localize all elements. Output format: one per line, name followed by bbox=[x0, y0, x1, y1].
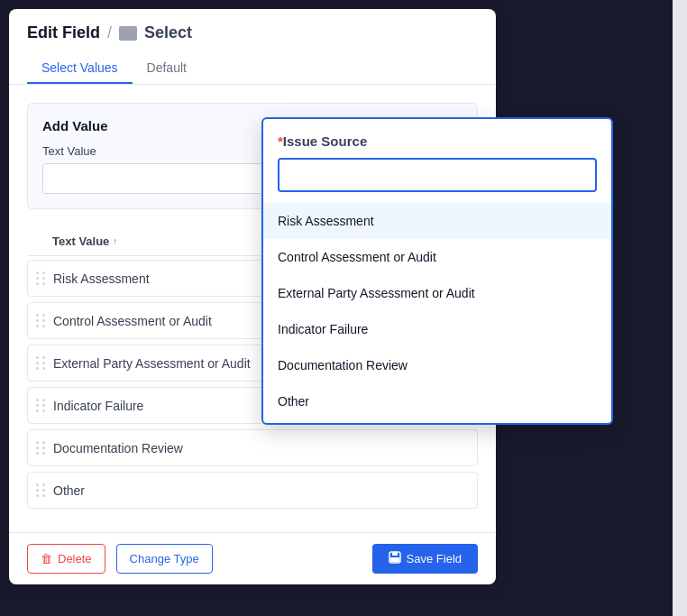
panel-footer: 🗑 Delete Change Type Save Field bbox=[9, 532, 496, 584]
svg-rect-5 bbox=[390, 557, 399, 562]
drag-handle[interactable] bbox=[28, 270, 53, 287]
drag-handle[interactable] bbox=[28, 354, 53, 372]
dropdown-list: Risk Assessment Control Assessment or Au… bbox=[263, 199, 611, 423]
drag-handle[interactable] bbox=[28, 482, 53, 499]
delete-label: Delete bbox=[58, 552, 92, 565]
edit-field-title: Edit Field bbox=[27, 23, 100, 42]
drag-handle[interactable] bbox=[28, 397, 53, 414]
dropdown-title-text: Issue Source bbox=[283, 133, 367, 149]
sort-icon[interactable]: ↑ bbox=[113, 236, 117, 246]
dropdown-item[interactable]: Documentation Review bbox=[263, 347, 611, 383]
change-type-label: Change Type bbox=[130, 552, 199, 565]
drag-handle[interactable] bbox=[28, 439, 53, 456]
svg-rect-1 bbox=[122, 32, 131, 33]
change-type-button[interactable]: Change Type bbox=[116, 544, 213, 574]
table-row: Documentation Review bbox=[27, 429, 478, 466]
trash-icon: 🗑 bbox=[41, 552, 52, 565]
footer-left: 🗑 Delete Change Type bbox=[27, 544, 213, 574]
save-field-button[interactable]: Save Field bbox=[372, 544, 478, 574]
breadcrumb-current: Select bbox=[144, 23, 192, 42]
dropdown-item[interactable]: Risk Assessment bbox=[263, 203, 611, 239]
breadcrumb-separator: / bbox=[107, 23, 112, 42]
save-icon bbox=[389, 551, 401, 566]
save-label: Save Field bbox=[407, 552, 462, 565]
panel-header: Edit Field / Select Select Values Defaul… bbox=[9, 9, 496, 85]
table-row: Other bbox=[27, 472, 478, 509]
dropdown-item[interactable]: Indicator Failure bbox=[263, 311, 611, 347]
svg-rect-2 bbox=[122, 35, 133, 37]
breadcrumb: Edit Field / Select bbox=[27, 23, 478, 42]
drag-handle[interactable] bbox=[28, 312, 53, 329]
dropdown-search-input[interactable] bbox=[278, 158, 597, 192]
column-header: Text Value ↑ bbox=[52, 234, 117, 248]
dropdown-item[interactable]: Control Assessment or Audit bbox=[263, 239, 611, 275]
dropdown-header: *Issue Source bbox=[263, 119, 611, 199]
delete-button[interactable]: 🗑 Delete bbox=[27, 544, 105, 574]
tab-default[interactable]: Default bbox=[133, 53, 201, 84]
svg-rect-4 bbox=[392, 552, 398, 556]
scrollbar-area bbox=[673, 0, 687, 616]
dropdown-item[interactable]: Other bbox=[263, 383, 611, 419]
select-icon bbox=[119, 26, 137, 41]
tabs: Select Values Default bbox=[27, 53, 478, 84]
dropdown-title: *Issue Source bbox=[278, 133, 597, 149]
svg-rect-0 bbox=[122, 28, 134, 30]
row-text: Documentation Review bbox=[53, 441, 477, 455]
row-text: Other bbox=[53, 483, 477, 498]
dropdown-item[interactable]: External Party Assessment or Audit bbox=[263, 275, 611, 311]
tab-select-values[interactable]: Select Values bbox=[27, 53, 133, 84]
issue-source-dropdown: *Issue Source Risk Assessment Control As… bbox=[261, 117, 613, 425]
